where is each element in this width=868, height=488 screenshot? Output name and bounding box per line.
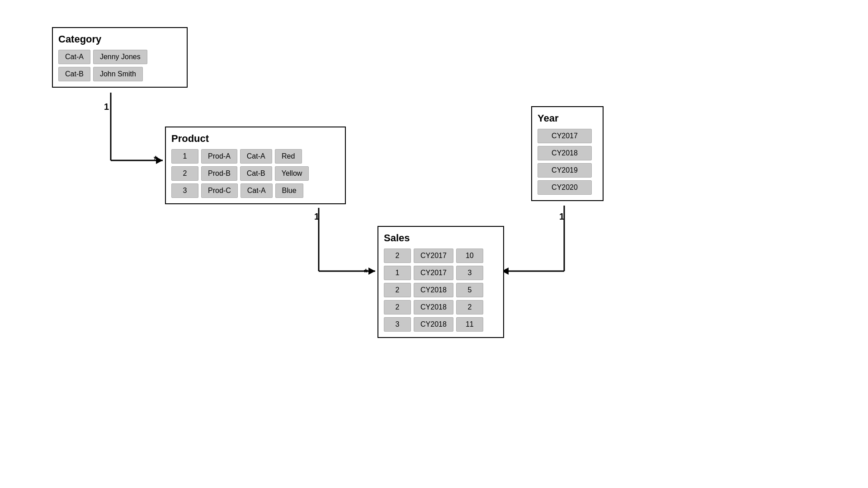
prod-sales-one-label: 1 (314, 211, 319, 222)
prod-r1-c2: Prod-A (201, 149, 237, 164)
table-row: 2 CY2018 2 (384, 300, 498, 314)
year-table: Year CY2017 CY2018 CY2019 CY2020 (531, 106, 604, 201)
svg-marker-5 (368, 267, 375, 275)
sales-r3-c2: CY2018 (414, 283, 453, 297)
prod-r3-c4: Blue (275, 183, 303, 198)
table-row: 2 CY2018 5 (384, 283, 498, 297)
year-r2-c1: CY2018 (538, 146, 592, 160)
prod-sales-many-label: * (364, 267, 368, 278)
sales-r4-c1: 2 (384, 300, 411, 314)
category-table-title: Category (58, 33, 181, 45)
sales-r1-c3: 10 (456, 249, 483, 263)
sales-r3-c3: 5 (456, 283, 483, 297)
table-row: 1 CY2017 3 (384, 266, 498, 280)
sales-r2-c1: 1 (384, 266, 411, 280)
prod-r1-c4: Red (275, 149, 302, 164)
year-sales-one-label: 1 (559, 211, 564, 222)
table-row: CY2017 (538, 129, 597, 143)
table-row: CY2020 (538, 180, 597, 195)
year-table-rows: CY2017 CY2018 CY2019 CY2020 (538, 129, 597, 195)
cat-row1-col2: Jenny Jones (93, 50, 147, 64)
year-r4-c1: CY2020 (538, 180, 592, 195)
cat-row2-col1: Cat-B (58, 67, 90, 81)
prod-r2-c1: 2 (171, 166, 198, 181)
product-table-title: Product (171, 133, 340, 145)
prod-r1-c3: Cat-A (240, 149, 272, 164)
diagram-container: 1 * 1 * 1 * Category Cat-A Jenny Jones C… (0, 0, 868, 488)
sales-r1-c2: CY2017 (414, 249, 453, 263)
product-table: Product 1 Prod-A Cat-A Red 2 Prod-B Cat-… (165, 127, 346, 204)
prod-r3-c1: 3 (171, 183, 198, 198)
prod-r3-c3: Cat-A (241, 183, 273, 198)
cat-row2-col2: John Smith (93, 67, 143, 81)
year-r3-c1: CY2019 (538, 163, 592, 178)
table-row: 3 Prod-C Cat-A Blue (171, 183, 340, 198)
sales-r5-c3: 11 (456, 317, 483, 332)
sales-r3-c1: 2 (384, 283, 411, 297)
sales-r5-c1: 3 (384, 317, 411, 332)
prod-r1-c1: 1 (171, 149, 198, 164)
cat-prod-many-label: * (154, 154, 158, 165)
sales-table-rows: 2 CY2017 10 1 CY2017 3 2 CY2018 5 2 CY20… (384, 249, 498, 332)
product-table-rows: 1 Prod-A Cat-A Red 2 Prod-B Cat-B Yellow… (171, 149, 340, 198)
sales-r1-c1: 2 (384, 249, 411, 263)
sales-r4-c2: CY2018 (414, 300, 453, 314)
table-row: CY2018 (538, 146, 597, 160)
category-table: Category Cat-A Jenny Jones Cat-B John Sm… (52, 27, 188, 88)
year-table-title: Year (538, 113, 597, 124)
sales-r5-c2: CY2018 (414, 317, 453, 332)
sales-table: Sales 2 CY2017 10 1 CY2017 3 2 CY2018 5 … (377, 226, 504, 338)
prod-r2-c4: Yellow (275, 166, 309, 181)
sales-table-title: Sales (384, 232, 498, 244)
table-row: CY2019 (538, 163, 597, 178)
table-row: Cat-A Jenny Jones (58, 50, 181, 64)
category-table-rows: Cat-A Jenny Jones Cat-B John Smith (58, 50, 181, 81)
prod-r2-c2: Prod-B (201, 166, 237, 181)
table-row: 2 CY2017 10 (384, 249, 498, 263)
table-row: 2 Prod-B Cat-B Yellow (171, 166, 340, 181)
sales-r2-c3: 3 (456, 266, 483, 280)
sales-r2-c2: CY2017 (414, 266, 453, 280)
table-row: 3 CY2018 11 (384, 317, 498, 332)
prod-r3-c2: Prod-C (201, 183, 238, 198)
cat-row1-col1: Cat-A (58, 50, 90, 64)
table-row: Cat-B John Smith (58, 67, 181, 81)
prod-r2-c3: Cat-B (240, 166, 272, 181)
year-sales-many-label: * (504, 267, 508, 278)
table-row: 1 Prod-A Cat-A Red (171, 149, 340, 164)
cat-prod-one-label: 1 (104, 102, 109, 112)
year-r1-c1: CY2017 (538, 129, 592, 143)
sales-r4-c3: 2 (456, 300, 483, 314)
